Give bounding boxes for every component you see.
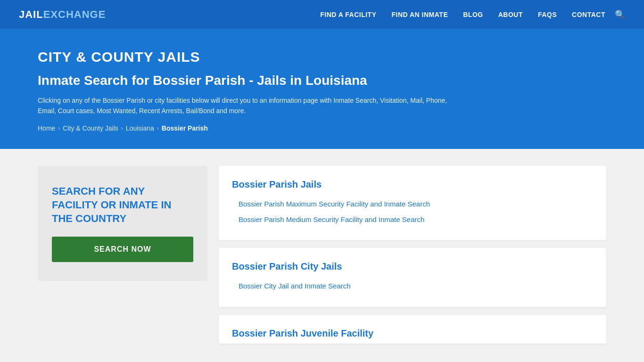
site-logo[interactable]: JAILEXCHANGE: [19, 8, 106, 21]
nav-item-find-inmate[interactable]: FIND AN INMATE: [391, 10, 448, 19]
link-max-security[interactable]: Bossier Parish Maximum Security Facility…: [232, 197, 593, 212]
breadcrumb-home[interactable]: Home: [38, 124, 55, 132]
nav-link-faqs[interactable]: FAQs: [538, 11, 557, 18]
navbar: JAILEXCHANGE FIND A FACILITY FIND AN INM…: [0, 0, 644, 30]
breadcrumb-louisiana[interactable]: Louisiana: [126, 124, 154, 132]
nav-link-contact[interactable]: CONTACT: [572, 11, 605, 18]
link-medium-security[interactable]: Bossier Parish Medium Security Facility …: [232, 212, 593, 228]
nav-item-blog[interactable]: BLOG: [463, 10, 483, 19]
logo-part2: EXCHANGE: [43, 8, 106, 20]
breadcrumb-city-county[interactable]: City & County Jails: [63, 124, 118, 132]
nav-item-find-facility[interactable]: FIND A FACILITY: [320, 10, 376, 19]
search-now-button[interactable]: SEARCH NOW: [52, 237, 193, 262]
main-content: SEARCH FOR ANY FACILITY OR INMATE IN THE…: [0, 149, 644, 361]
card-bossier-juvenile: Bossier Parish Juvenile Facility: [219, 315, 606, 344]
card-title-juvenile: Bossier Parish Juvenile Facility: [232, 328, 593, 339]
nav-link-blog[interactable]: BLOG: [463, 11, 483, 18]
hero-section: CITY & COUNTY JAILS Inmate Search for Bo…: [0, 30, 644, 149]
breadcrumb-current: Bossier Parish: [162, 124, 208, 132]
card-bossier-parish-jails: Bossier Parish Jails Bossier Parish Maxi…: [219, 166, 606, 240]
breadcrumb: Home › City & County Jails › Louisiana ›…: [38, 124, 606, 132]
breadcrumb-sep-1: ›: [58, 125, 60, 132]
nav-item-faqs[interactable]: FAQs: [538, 10, 557, 19]
hero-description: Clicking on any of the Bossier Parish or…: [38, 95, 462, 116]
search-box-title: SEARCH FOR ANY FACILITY OR INMATE IN THE…: [52, 185, 193, 225]
hero-category: CITY & COUNTY JAILS: [38, 49, 606, 65]
breadcrumb-sep-3: ›: [157, 125, 159, 132]
sidebar: SEARCH FOR ANY FACILITY OR INMATE IN THE…: [38, 166, 207, 344]
search-box: SEARCH FOR ANY FACILITY OR INMATE IN THE…: [38, 166, 207, 281]
nav-link-find-facility[interactable]: FIND A FACILITY: [320, 11, 376, 18]
card-bossier-city-jails: Bossier Parish City Jails Bossier City J…: [219, 248, 606, 307]
card-title-bossier-city-jails: Bossier Parish City Jails: [232, 261, 593, 272]
nav-item-about[interactable]: ABOUT: [498, 10, 523, 19]
breadcrumb-sep-2: ›: [121, 125, 123, 132]
card-title-bossier-jails: Bossier Parish Jails: [232, 179, 593, 190]
nav-link-about[interactable]: ABOUT: [498, 11, 523, 18]
nav-item-contact[interactable]: CONTACT: [572, 10, 605, 19]
hero-title: Inmate Search for Bossier Parish - Jails…: [38, 73, 606, 89]
search-icon[interactable]: 🔍: [615, 9, 625, 20]
link-bossier-city-jail[interactable]: Bossier City Jail and Inmate Search: [232, 279, 593, 294]
nav-link-find-inmate[interactable]: FIND AN INMATE: [391, 11, 448, 18]
nav-links: FIND A FACILITY FIND AN INMATE BLOG ABOU…: [320, 10, 605, 19]
right-column: Bossier Parish Jails Bossier Parish Maxi…: [219, 166, 606, 344]
logo-part1: JAIL: [19, 8, 43, 20]
